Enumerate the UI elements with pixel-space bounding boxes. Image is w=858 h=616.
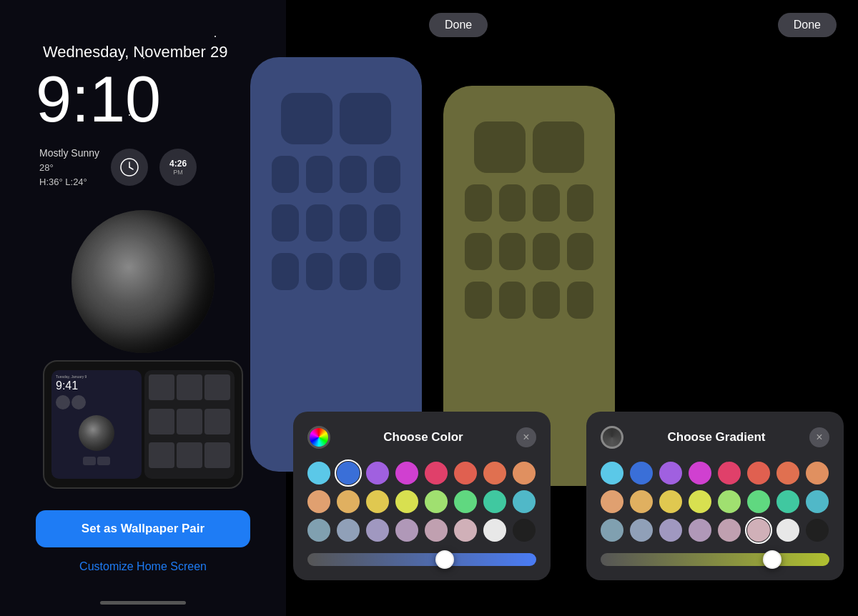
color-swatch[interactable]: [776, 490, 799, 513]
app-icon-s-8: [374, 204, 401, 242]
color-swatch[interactable]: [718, 519, 741, 542]
phone-widget-dot-2: [72, 395, 86, 409]
clock-icon: [119, 157, 139, 177]
color-swatch[interactable]: [747, 462, 770, 485]
app-icon-large-1: [281, 93, 332, 144]
color-swatch[interactable]: [747, 519, 770, 542]
color-swatch[interactable]: [337, 519, 360, 542]
color-swatch[interactable]: [806, 519, 829, 542]
olive-app-s-7: [533, 233, 560, 270]
gradient-picker-close[interactable]: ×: [809, 427, 829, 447]
olive-app-s-4: [567, 184, 594, 222]
app-icon-s-2: [306, 156, 333, 193]
color-swatch[interactable]: [454, 490, 477, 513]
color-swatch[interactable]: [659, 519, 682, 542]
gradient-slider-thumb[interactable]: [763, 550, 781, 569]
done-button-left[interactable]: Done: [429, 13, 488, 37]
color-swatch[interactable]: [806, 490, 829, 513]
color-swatch[interactable]: [307, 462, 330, 485]
color-swatch[interactable]: [601, 519, 623, 542]
lock-screen-date: Wednesday, November 29: [0, 43, 286, 61]
home-indicator: [100, 601, 186, 605]
color-swatch[interactable]: [337, 462, 360, 485]
olive-app-s-12: [567, 282, 594, 319]
color-swatch[interactable]: [454, 519, 477, 542]
olive-app-large-1: [474, 121, 526, 173]
olive-app-s-2: [499, 184, 526, 222]
color-swatch[interactable]: [483, 490, 506, 513]
color-swatch[interactable]: [425, 519, 448, 542]
gradient-slider-track[interactable]: [601, 553, 829, 566]
phone-bottom-icons: [56, 457, 137, 465]
color-swatch[interactable]: [630, 519, 653, 542]
phone-icon-sm: [97, 457, 110, 465]
color-swatch[interactable]: [601, 490, 623, 513]
color-swatch[interactable]: [513, 490, 536, 513]
clock-widget: [111, 149, 148, 186]
color-swatch[interactable]: [395, 462, 418, 485]
color-picker-header: Choose Color ×: [307, 426, 536, 449]
color-swatch[interactable]: [513, 462, 536, 485]
color-swatch[interactable]: [659, 462, 682, 485]
color-picker-close[interactable]: ×: [516, 427, 536, 447]
color-slider-track[interactable]: [307, 553, 536, 566]
color-swatch[interactable]: [659, 490, 682, 513]
color-swatch[interactable]: [366, 462, 389, 485]
app-icon-s-9: [272, 253, 299, 290]
color-swatch[interactable]: [689, 490, 711, 513]
color-swatch[interactable]: [366, 519, 389, 542]
phone-moon-small: [79, 415, 114, 451]
color-swatch[interactable]: [483, 519, 506, 542]
color-swatch[interactable]: [307, 490, 330, 513]
set-wallpaper-button[interactable]: Set as Wallpaper Pair: [36, 510, 250, 547]
color-swatch[interactable]: [425, 490, 448, 513]
color-picker-panel: Choose Color ×: [293, 412, 551, 580]
moon-image: [72, 210, 214, 353]
color-swatch[interactable]: [307, 519, 330, 542]
moon-area: [29, 210, 257, 353]
done-button-right[interactable]: Done: [778, 13, 837, 37]
gradient-picker-header: Choose Gradient ×: [601, 426, 829, 449]
olive-app-s-11: [533, 282, 560, 319]
lock-screen-time: 9:10: [0, 67, 286, 131]
gradient-picker-title: Choose Gradient: [623, 430, 809, 444]
app-icon-s-5: [272, 204, 299, 242]
color-swatch[interactable]: [630, 490, 653, 513]
phone-app-7: [149, 442, 174, 468]
app-row-small-2: [272, 204, 400, 242]
app-icon-s-10: [306, 253, 333, 290]
color-slider-thumb[interactable]: [435, 550, 454, 569]
phone-app-1: [149, 374, 174, 400]
color-swatch[interactable]: [337, 490, 360, 513]
olive-app-large-2: [533, 121, 584, 173]
app-row-large: [272, 93, 400, 144]
color-swatch[interactable]: [454, 462, 477, 485]
color-swatch[interactable]: [689, 462, 711, 485]
time-label: PM: [173, 169, 183, 176]
color-swatch[interactable]: [395, 490, 418, 513]
weather-temp-value: 28°: [39, 161, 99, 175]
color-swatch[interactable]: [806, 462, 829, 485]
phone-icon-sm: [83, 457, 96, 465]
color-swatch[interactable]: [425, 462, 448, 485]
color-swatch[interactable]: [776, 462, 799, 485]
app-icon-s-4: [374, 156, 401, 193]
color-swatch[interactable]: [718, 490, 741, 513]
phone-preview: Tuesday, January 9 9:41: [43, 360, 243, 489]
color-swatch[interactable]: [747, 490, 770, 513]
olive-app-s-8: [567, 233, 594, 270]
phone-lock-preview: Tuesday, January 9 9:41: [51, 370, 142, 479]
gradient-color-grid: [601, 462, 829, 542]
color-swatch[interactable]: [513, 519, 536, 542]
color-swatch[interactable]: [395, 519, 418, 542]
color-swatch[interactable]: [483, 462, 506, 485]
color-swatch[interactable]: [601, 462, 623, 485]
time-widget: 4:26 PM: [159, 149, 197, 186]
color-swatch[interactable]: [776, 519, 799, 542]
color-swatch[interactable]: [630, 462, 653, 485]
color-swatch[interactable]: [366, 490, 389, 513]
color-swatch[interactable]: [689, 519, 711, 542]
customize-home-button[interactable]: Customize Home Screen: [79, 560, 207, 573]
app-icon-s-1: [272, 156, 299, 193]
color-swatch[interactable]: [718, 462, 741, 485]
